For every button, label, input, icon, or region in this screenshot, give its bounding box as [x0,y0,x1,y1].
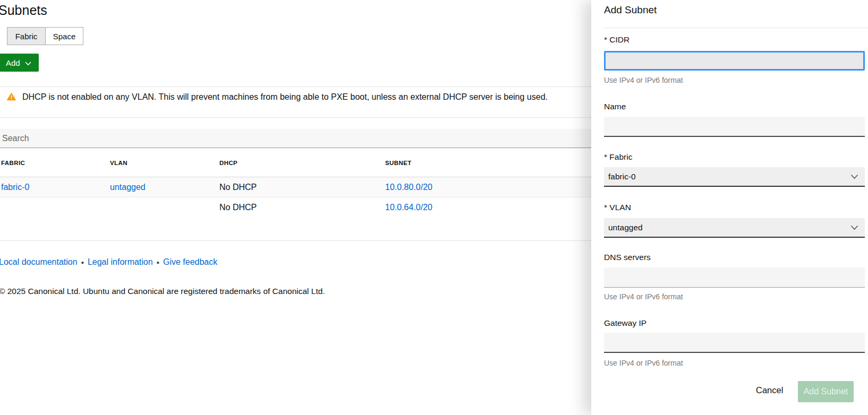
legal-information-link[interactable]: Legal information [88,257,153,267]
search-input[interactable] [0,129,591,148]
cidr-help-text: Use IPv4 or IPv6 format [604,76,683,84]
divider [0,117,591,118]
column-header-fabric: FABRIC [0,155,110,166]
chevron-down-icon [850,223,858,232]
add-dropdown-button[interactable]: Add [0,54,39,72]
tab-space[interactable]: Space [45,28,83,45]
give-feedback-link[interactable]: Give feedback [163,257,217,267]
dns-servers-input[interactable] [604,267,865,288]
link-separator: • [157,258,159,267]
subnet-link[interactable]: 10.0.64.0/20 [385,203,432,212]
fabric-space-toggle: Fabric Space [7,27,83,45]
gateway-ip-label: Gateway IP [604,318,646,328]
add-subnet-panel: Add Subnet * CIDR Use IPv4 or IPv6 forma… [591,0,868,415]
local-documentation-link[interactable]: Local documentation [0,257,78,267]
dhcp-warning-banner: DHCP is not enabled on any VLAN. This wi… [0,91,591,103]
dhcp-status: No DHCP [219,203,385,212]
cidr-label: * CIDR [604,35,629,45]
vlan-select-value: untagged [608,223,643,232]
column-header-vlan: VLAN [110,155,219,166]
column-header-dhcp: DHCP [219,155,385,166]
column-header-subnet: SUBNET [385,155,591,166]
fabric-select[interactable]: fabric-0 [604,167,865,187]
tab-fabric[interactable]: Fabric [7,28,45,45]
dns-help-text: Use IPv4 or IPv6 format [604,292,683,301]
page-title: Subnets [0,3,47,18]
table-row: No DHCP 10.0.64.0/20 [0,197,591,218]
warning-text: DHCP is not enabled on any VLAN. This wi… [22,91,548,103]
table-header-row: FABRIC VLAN DHCP SUBNET [0,155,591,177]
link-separator: • [81,258,84,267]
gateway-ip-input[interactable] [604,333,865,353]
cancel-button[interactable]: Cancel [756,385,783,395]
fabric-link[interactable]: fabric-0 [1,183,29,192]
vlan-link[interactable]: untagged [110,183,146,192]
chevron-down-icon [850,172,858,181]
name-input[interactable] [604,117,865,137]
dhcp-status: No DHCP [219,183,385,192]
subnet-link[interactable]: 10.0.80.0/20 [385,183,432,192]
subnets-page: Subnets Fabric Space Add DHCP is not ena… [0,0,591,415]
panel-title: Add Subnet [604,4,657,16]
name-label: Name [604,102,626,111]
divider [0,87,591,87]
fabric-select-value: fabric-0 [608,172,636,181]
fabric-label: * Fabric [604,152,632,162]
chevron-down-icon [25,58,31,67]
footer-links: Local documentation • Legal information … [0,257,217,267]
vlan-label: * VLAN [604,203,631,212]
gateway-help-text: Use IPv4 or IPv6 format [604,359,683,367]
add-subnet-submit-button[interactable]: Add Subnet [798,381,854,402]
dns-servers-label: DNS servers [604,253,651,262]
add-button-label: Add [6,58,20,67]
table-row: fabric-0 untagged No DHCP 10.0.80.0/20 [0,177,591,197]
cidr-input[interactable] [604,51,865,71]
vlan-select[interactable]: untagged [604,218,865,238]
warning-icon [7,93,16,103]
copyright-text: © 2025 Canonical Ltd. Ubuntu and Canonic… [0,287,325,296]
panel-divider [604,28,868,28]
footer-divider [0,240,591,241]
